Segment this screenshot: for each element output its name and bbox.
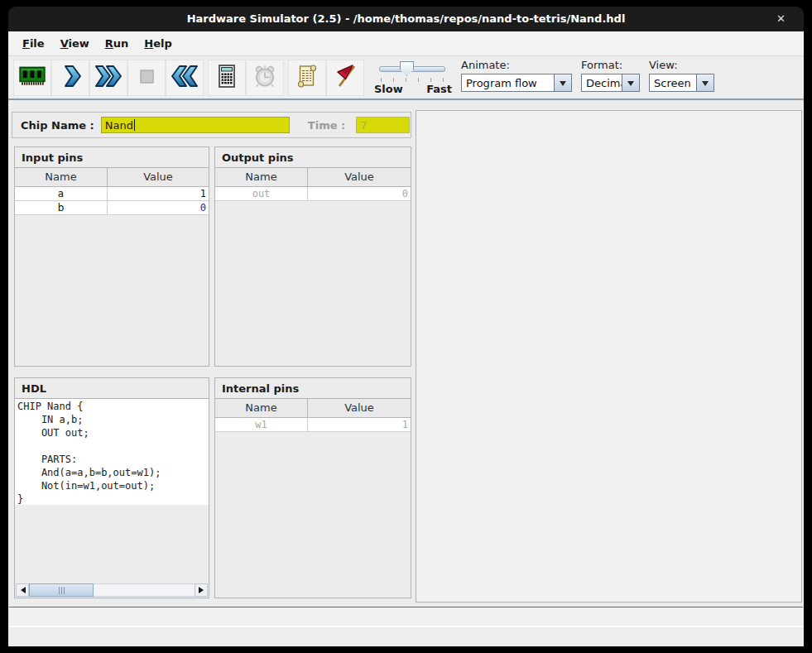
hdl-code: CHIP Nand { IN a,b; OUT out; PARTS: And(… <box>15 399 209 505</box>
format-label: Format: <box>581 60 640 72</box>
chip-name-label: Chip Name : <box>21 119 94 132</box>
internal-pins-col-name: Name <box>215 399 308 417</box>
time-label: Time : <box>308 119 345 132</box>
menu-file[interactable]: File <box>22 37 45 50</box>
window-title: Hardware Simulator (2.5) - /home/thomas/… <box>8 7 804 31</box>
chip-name-input[interactable]: Nand <box>101 117 290 133</box>
internal-pins-title: Internal pins <box>215 378 411 399</box>
speed-slider-thumb[interactable] <box>400 61 414 76</box>
animate-label: Animate: <box>461 60 572 72</box>
menu-help[interactable]: Help <box>144 37 171 50</box>
triangle-left-icon <box>17 587 26 593</box>
format-dropdown-button[interactable] <box>622 74 639 91</box>
rewind-icon <box>170 63 199 93</box>
view-label: View: <box>649 60 714 72</box>
text-caret <box>134 119 135 131</box>
main-content: Chip Name : Nand Time : 7 Input pins Nam… <box>8 100 804 646</box>
run-button[interactable] <box>89 60 127 96</box>
time-field: 7 <box>356 117 410 133</box>
animate-value: Program flow <box>462 77 554 89</box>
format-value: Decimal <box>582 77 622 89</box>
table-row: w1 1 <box>215 418 411 432</box>
single-step-icon <box>57 63 84 93</box>
scrollbar-track[interactable] <box>94 583 195 597</box>
pin-name-b: b <box>15 201 108 214</box>
pin-value-b[interactable]: 0 <box>108 201 209 214</box>
view-value: Screen <box>650 77 696 89</box>
scroll-right-button[interactable] <box>195 583 208 597</box>
pin-value-a[interactable]: 1 <box>108 187 209 200</box>
scrollbar-thumb[interactable] <box>29 583 94 597</box>
triangle-right-icon <box>199 587 207 593</box>
internal-pins-panel: Internal pins Name Value w1 1 <box>214 377 411 598</box>
chevron-down-icon <box>560 81 566 89</box>
output-pins-title: Output pins <box>215 147 411 168</box>
animate-select[interactable]: Program flow <box>461 74 572 92</box>
chip-name-bar: Chip Name : Nand Time : 7 <box>12 112 411 138</box>
hdl-title: HDL <box>15 378 209 399</box>
animate-group: Animate: Program flow <box>461 60 572 92</box>
output-pins-col-value: Value <box>308 168 411 186</box>
slider-slow-label: Slow <box>374 83 403 95</box>
bottom-strip <box>9 629 803 646</box>
clock-icon <box>252 63 278 93</box>
input-pins-col-name: Name <box>15 168 108 186</box>
load-chip-button[interactable] <box>13 60 51 96</box>
single-step-button[interactable] <box>51 60 89 96</box>
speed-slider[interactable]: Slow Fast <box>374 60 452 96</box>
output-pins-panel: Output pins Name Value out 0 <box>214 146 411 367</box>
chip-icon <box>18 63 46 93</box>
slider-fast-label: Fast <box>426 83 452 95</box>
calculator-button[interactable] <box>208 60 246 96</box>
stop-button[interactable] <box>127 60 166 96</box>
menu-view[interactable]: View <box>60 37 89 50</box>
output-pins-col-name: Name <box>215 168 308 186</box>
script-scroll-icon <box>294 63 320 93</box>
input-pins-col-value: Value <box>108 168 209 186</box>
hdl-horizontal-scrollbar[interactable] <box>16 583 208 597</box>
speed-slider-ticks <box>381 78 444 82</box>
table-row: a 1 <box>15 187 209 201</box>
input-pins-title: Input pins <box>15 147 209 168</box>
view-group: View: Screen <box>649 60 714 92</box>
clock-button[interactable] <box>246 60 284 96</box>
pin-name-out: out <box>215 187 308 200</box>
status-message-bar <box>9 607 803 627</box>
breakpoints-button[interactable] <box>326 60 364 96</box>
pin-value-out: 0 <box>308 187 411 200</box>
format-select[interactable]: Decimal <box>581 74 640 92</box>
pin-name-a: a <box>15 187 108 200</box>
view-select[interactable]: Screen <box>649 74 714 92</box>
time-value: 7 <box>360 119 367 132</box>
pin-value-w1: 1 <box>308 418 411 431</box>
hdl-panel: HDL CHIP Nand { IN a,b; OUT out; PARTS: … <box>14 377 209 598</box>
menu-run[interactable]: Run <box>105 37 129 50</box>
chevron-down-icon <box>702 81 709 89</box>
grip-icon <box>59 587 65 594</box>
reset-button[interactable] <box>166 60 204 96</box>
animate-dropdown-button[interactable] <box>554 74 571 91</box>
calculator-icon <box>214 63 240 93</box>
menu-bar: File View Run Help <box>8 31 804 56</box>
table-row: out 0 <box>215 187 411 201</box>
view-dropdown-button[interactable] <box>696 74 714 91</box>
flag-icon <box>332 63 358 93</box>
scroll-left-button[interactable] <box>16 583 29 597</box>
internal-pins-col-value: Value <box>308 399 411 417</box>
pin-name-w1: w1 <box>215 418 308 431</box>
table-row: b 0 <box>15 201 209 215</box>
chevron-down-icon <box>627 81 634 89</box>
title-bar: Hardware Simulator (2.5) - /home/thomas/… <box>8 7 804 31</box>
chip-name-text: Nand <box>105 119 133 132</box>
close-button[interactable]: ✕ <box>771 7 790 31</box>
toolbar: Slow Fast Animate: Program flow Format: … <box>8 56 804 100</box>
input-pins-panel: Input pins Name Value a 1 b 0 <box>14 146 209 367</box>
format-group: Format: Decimal <box>581 60 640 92</box>
view-hdl-button[interactable] <box>288 60 326 96</box>
chip-display-panel <box>416 110 802 603</box>
fast-forward-icon <box>94 63 123 93</box>
stop-icon <box>133 63 160 93</box>
